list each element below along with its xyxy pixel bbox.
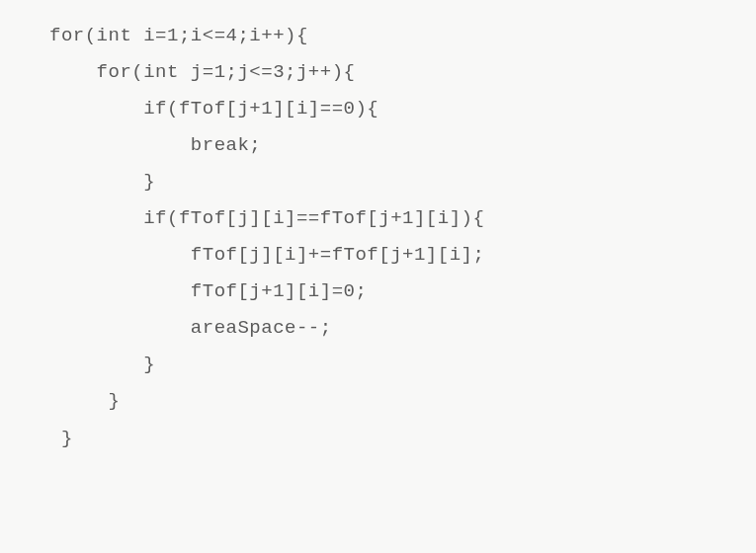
code-line: for(int j=1;j<=3;j++){ xyxy=(49,54,756,91)
code-line: fTof[j+1][i]=0; xyxy=(49,274,756,310)
code-line: } xyxy=(49,347,756,383)
code-line: } xyxy=(49,421,756,457)
code-block: for(int i=1;i<=4;i++){ for(int j=1;j<=3;… xyxy=(49,18,756,457)
code-line: } xyxy=(49,164,756,200)
code-line: fTof[j][i]+=fTof[j+1][i]; xyxy=(49,237,756,274)
code-line: areaSpace--; xyxy=(49,310,756,347)
code-line: if(fTof[j+1][i]==0){ xyxy=(49,91,756,127)
code-line: if(fTof[j][i]==fTof[j+1][i]){ xyxy=(49,200,756,237)
code-line: break; xyxy=(49,127,756,164)
code-line: } xyxy=(49,383,756,420)
code-line: for(int i=1;i<=4;i++){ xyxy=(49,18,756,54)
